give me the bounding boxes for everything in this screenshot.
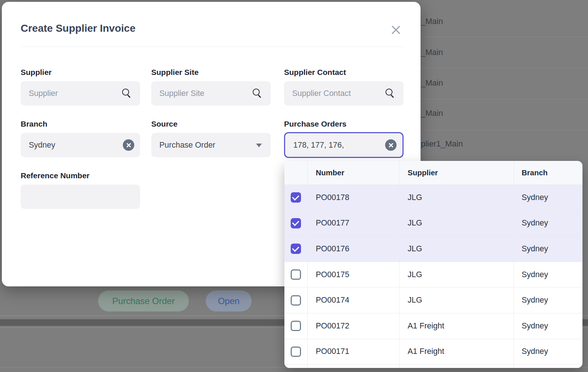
- bg-table-cell-fragment: plier1_Main: [421, 139, 463, 149]
- cell-branch: Sydney: [514, 185, 582, 210]
- row-checkbox[interactable]: [291, 347, 301, 357]
- supplier-placeholder: Supplier: [29, 89, 58, 98]
- bg-row-divider: [406, 68, 588, 68]
- cell-number: PO00178: [308, 185, 400, 210]
- cell-number: PO00171: [308, 339, 400, 365]
- close-icon[interactable]: [390, 24, 402, 36]
- supplier-contact-placeholder: Supplier Contact: [292, 89, 351, 98]
- cell-number: PO00177: [308, 211, 400, 236]
- cell-supplier: JLG: [400, 262, 514, 287]
- table-row[interactable]: PO00174 JLG Sydney: [284, 287, 582, 313]
- search-icon[interactable]: [122, 89, 129, 96]
- table-row[interactable]: PO00172 A1 Freight Sydney: [284, 313, 582, 339]
- cell-supplier: JLG: [400, 185, 514, 210]
- bg-row-divider: [406, 130, 588, 130]
- bg-table-cell-fragment: _Main: [421, 48, 443, 57]
- column-header-number: Number: [308, 161, 400, 185]
- table-row-partial: [284, 365, 582, 368]
- source-label: Source: [151, 120, 177, 128]
- cell-supplier: JLG: [400, 236, 514, 262]
- supplier-label: Supplier: [21, 68, 52, 77]
- table-row[interactable]: PO00177 JLG Sydney: [284, 211, 582, 237]
- cell-supplier: JLG: [400, 287, 514, 313]
- row-checkbox[interactable]: [291, 192, 301, 203]
- cell-number: PO00176: [308, 236, 400, 262]
- source-value: Purchase Order: [159, 141, 215, 150]
- cell-branch: Sydney: [514, 313, 582, 339]
- row-checkbox[interactable]: [291, 244, 301, 254]
- branch-label: Branch: [21, 120, 47, 128]
- table-row[interactable]: PO00176 JLG Sydney: [284, 236, 582, 262]
- supplier-site-placeholder: Supplier Site: [159, 89, 204, 98]
- column-header-branch: Branch: [514, 161, 582, 185]
- bg-badge-label: Purchase Order: [112, 296, 174, 306]
- bg-badge-purchase-order: Purchase Order: [98, 290, 189, 311]
- bg-badge-label: Open: [218, 296, 240, 306]
- bg-row-divider: [406, 99, 588, 99]
- bg-row-divider: [406, 37, 588, 37]
- bg-badge-open: Open: [206, 290, 252, 311]
- table-row[interactable]: PO00175 JLG Sydney: [284, 262, 582, 288]
- search-icon[interactable]: [253, 89, 260, 96]
- cell-branch: Sydney: [514, 236, 582, 262]
- dialog-title: Create Supplier Invoice: [21, 23, 135, 34]
- supplier-site-input[interactable]: Supplier Site: [151, 81, 271, 106]
- supplier-contact-input[interactable]: Supplier Contact: [284, 81, 404, 106]
- table-row[interactable]: PO00178 JLG Sydney: [284, 185, 582, 211]
- cell-number: PO00174: [308, 287, 400, 313]
- purchase-orders-value: 178, 177, 176,: [293, 141, 344, 150]
- supplier-input[interactable]: Supplier: [21, 81, 140, 106]
- row-checkbox[interactable]: [291, 295, 301, 306]
- supplier-site-label: Supplier Site: [151, 68, 198, 77]
- chevron-down-icon[interactable]: [256, 144, 262, 147]
- cell-number: PO00175: [308, 262, 400, 287]
- cell-branch: Sydney: [514, 339, 582, 365]
- clear-circle-icon[interactable]: [123, 140, 134, 151]
- source-select[interactable]: Purchase Order: [151, 133, 271, 157]
- purchase-orders-dropdown: Number Supplier Branch PO00178 JLG Sydne…: [284, 161, 582, 368]
- row-checkbox[interactable]: [291, 321, 301, 331]
- bg-table-cell-fragment: _Main: [421, 78, 443, 88]
- branch-value: Sydney: [29, 141, 55, 150]
- cell-branch: Sydney: [514, 211, 582, 236]
- purchase-orders-label: Purchase Orders: [284, 120, 346, 128]
- bg-table-cell-fragment: _Main: [421, 17, 443, 26]
- table-row[interactable]: PO00171 A1 Freight Sydney: [284, 339, 582, 365]
- bg-table-cell-fragment: _Main: [421, 108, 443, 118]
- checkbox-column-header: [284, 161, 308, 185]
- cell-branch: Sydney: [514, 287, 582, 313]
- cell-number: PO00172: [308, 313, 400, 339]
- screen: _Main _Main _Main _Main plier1_Main Purc…: [0, 0, 588, 372]
- row-checkbox[interactable]: [291, 269, 301, 280]
- search-icon[interactable]: [385, 89, 392, 96]
- reference-number-input[interactable]: [21, 185, 140, 209]
- dropdown-header-row: Number Supplier Branch: [284, 161, 582, 185]
- supplier-contact-label: Supplier Contact: [284, 68, 346, 77]
- title-divider: [21, 46, 404, 47]
- reference-number-label: Reference Number: [21, 171, 90, 180]
- cell-branch: Sydney: [514, 262, 582, 287]
- purchase-orders-input[interactable]: 178, 177, 176,: [284, 132, 404, 158]
- cell-supplier: A1 Freight: [400, 313, 514, 339]
- clear-circle-icon[interactable]: [385, 140, 397, 151]
- column-header-supplier: Supplier: [400, 161, 514, 185]
- branch-input[interactable]: Sydney: [21, 133, 140, 157]
- cell-supplier: JLG: [400, 211, 514, 236]
- cell-supplier: A1 Freight: [400, 339, 514, 365]
- row-checkbox[interactable]: [291, 218, 301, 228]
